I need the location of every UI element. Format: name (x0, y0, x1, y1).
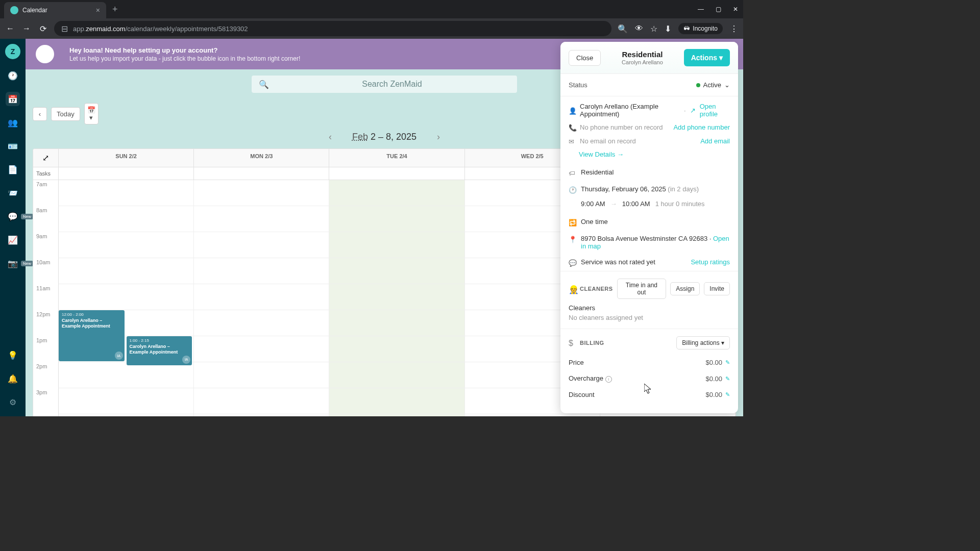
phone-icon: 📞 (569, 124, 576, 132)
calendar-cell[interactable] (329, 388, 464, 414)
new-tab-button[interactable]: + (106, 4, 124, 15)
analytics-icon[interactable]: 📈 (6, 233, 20, 247)
tasks-cell[interactable] (194, 167, 329, 180)
calendar-cell[interactable] (194, 362, 329, 388)
id-card-icon[interactable]: 🪪 (6, 139, 20, 153)
calendar-cell[interactable] (194, 232, 329, 258)
next-week-button[interactable]: › (437, 132, 440, 142)
browser-tab-strip: Calendar × + — ▢ ✕ (0, 0, 743, 18)
calendar-cell[interactable] (329, 336, 464, 362)
calendar-cell[interactable] (329, 232, 464, 258)
status-dropdown[interactable]: Active ⌄ (696, 81, 730, 89)
setup-ratings-link[interactable]: Setup ratings (691, 258, 730, 266)
incognito-badge[interactable]: 🕶 Incognito (678, 23, 723, 34)
close-window-button[interactable]: ✕ (732, 6, 739, 13)
search-icon[interactable]: 🔍 (618, 24, 628, 34)
calendar-icon[interactable]: 📅 (6, 92, 20, 106)
calendar-cell[interactable] (194, 180, 329, 206)
chevron-down-icon: ⌄ (724, 81, 730, 89)
calendar-cell[interactable] (465, 414, 600, 416)
edit-icon[interactable]: ✎ (725, 391, 730, 398)
calendar-cell[interactable] (329, 284, 464, 310)
calendar-cell[interactable] (600, 414, 736, 416)
edit-icon[interactable]: ✎ (725, 359, 730, 366)
add-email-link[interactable]: Add email (700, 137, 730, 145)
billing-actions-button[interactable]: Billing actions ▾ (676, 336, 730, 349)
event-badge: IA (182, 356, 190, 364)
gear-icon[interactable]: ⚙ (6, 395, 20, 409)
forward-button[interactable]: → (21, 23, 32, 34)
calendar-cell[interactable] (194, 310, 329, 336)
search-input[interactable]: 🔍 Search ZenMaid (252, 76, 517, 93)
calendar-cell[interactable] (194, 388, 329, 414)
chat-icon[interactable]: 💬New (6, 209, 20, 223)
calendar-cell[interactable] (59, 206, 194, 232)
expand-icon[interactable]: ⤢ (33, 149, 59, 167)
no-cleaners-text: No cleaners assigned yet (560, 312, 738, 329)
calendar-cell[interactable] (59, 362, 194, 388)
maximize-button[interactable]: ▢ (715, 6, 722, 13)
actions-button[interactable]: Actions ▾ (684, 49, 730, 66)
reload-button[interactable]: ⟳ (38, 23, 48, 34)
calendar-cell[interactable] (329, 206, 464, 232)
calendar-event[interactable]: 12:00 - 2:00Carolyn Arellano – Example A… (59, 310, 125, 361)
calendar-cell[interactable] (59, 414, 194, 416)
time-in-out-button[interactable]: Time in and out (617, 279, 667, 299)
avatar (36, 45, 54, 63)
view-picker[interactable]: 📅 ▾ (84, 103, 99, 124)
back-button[interactable]: ← (5, 23, 15, 34)
calendar-cell[interactable] (329, 362, 464, 388)
site-info-icon[interactable]: ⊟ (61, 24, 68, 34)
minimize-button[interactable]: — (697, 6, 704, 13)
document-icon[interactable]: 📄 (6, 162, 20, 177)
calendar-cell[interactable] (194, 336, 329, 362)
help-icon[interactable]: 💡 (6, 348, 20, 362)
add-phone-link[interactable]: Add phone number (673, 123, 730, 131)
hour-label: 7am (33, 180, 59, 206)
calendar-cell[interactable] (329, 180, 464, 206)
address-bar[interactable]: ⊟ app.zenmaid.com/calendar/weekly/appoin… (54, 21, 611, 36)
calendar-cell[interactable] (59, 258, 194, 284)
no-email-text: No email on record (580, 137, 636, 145)
prev-button[interactable]: ‹ (33, 107, 47, 121)
bell-icon[interactable]: 🔔 (6, 371, 20, 386)
open-profile-link[interactable]: Open profile (700, 103, 730, 118)
calendar-cell[interactable] (329, 414, 464, 416)
invite-button[interactable]: Invite (704, 282, 730, 295)
contacts-icon[interactable]: 👥 (6, 115, 20, 130)
browser-tab[interactable]: Calendar × (4, 2, 106, 18)
assign-button[interactable]: Assign (670, 282, 700, 295)
calendar-cell[interactable] (59, 232, 194, 258)
calendar-cell[interactable] (329, 310, 464, 336)
edit-icon[interactable]: ✎ (725, 375, 730, 382)
tasks-cell[interactable] (59, 167, 194, 180)
eye-off-icon[interactable]: 👁 (635, 24, 643, 33)
duration: 1 hour 0 minutes (655, 200, 705, 208)
inbox-icon[interactable]: 📨 (6, 186, 20, 200)
clock-icon[interactable]: 🕐 (6, 68, 20, 83)
camera-icon[interactable]: 📷New (6, 256, 20, 270)
download-icon[interactable]: ⬇ (665, 24, 671, 34)
calendar-event[interactable]: 1:00 - 2:15Carolyn Arellano – Example Ap… (127, 336, 192, 365)
calendar-cell[interactable] (194, 284, 329, 310)
view-details-link[interactable]: View Details → (579, 151, 624, 158)
calendar-cell[interactable] (194, 414, 329, 416)
menu-icon[interactable]: ⋮ (730, 24, 738, 34)
calendar-cell[interactable] (59, 180, 194, 206)
tab-close-icon[interactable]: × (96, 6, 100, 14)
prev-week-button[interactable]: ‹ (329, 132, 332, 142)
rating-text: Service was not rated yet (581, 258, 655, 266)
billing-header: BILLING (580, 340, 672, 346)
hour-label: 4pm (33, 414, 59, 416)
tasks-cell[interactable] (329, 167, 464, 180)
close-button[interactable]: Close (569, 50, 601, 66)
info-icon[interactable]: i (605, 376, 612, 383)
calendar-cell[interactable] (59, 388, 194, 414)
app-logo[interactable]: Z (5, 44, 20, 59)
today-button[interactable]: Today (51, 107, 80, 121)
calendar-cell[interactable] (59, 284, 194, 310)
bookmark-icon[interactable]: ☆ (650, 24, 657, 34)
calendar-cell[interactable] (194, 258, 329, 284)
calendar-cell[interactable] (194, 206, 329, 232)
calendar-cell[interactable] (329, 258, 464, 284)
